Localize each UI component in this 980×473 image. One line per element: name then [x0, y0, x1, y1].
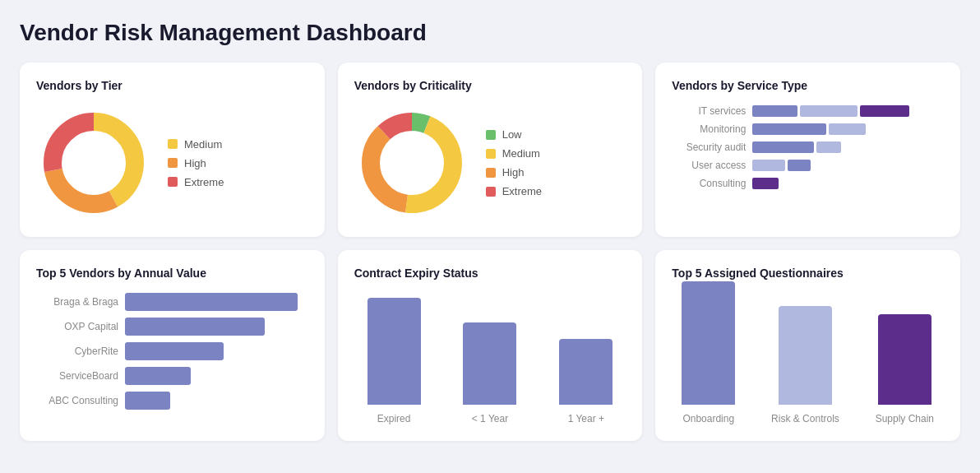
- vendors-by-criticality-legend: Low Medium High Extreme: [486, 128, 542, 197]
- contract-expiry-chart: Expired< 1 Year1 Year +: [354, 293, 626, 424]
- top-vendor-row: ServiceBoard: [36, 367, 308, 385]
- vendors-by-criticality-donut: [354, 105, 469, 220]
- questionnaire-bar-label: Supply Chain: [876, 413, 934, 424]
- questionnaire-bar-group: Onboarding: [682, 281, 735, 424]
- contract-bar-group: < 1 Year: [463, 322, 516, 424]
- legend-item-extreme: Extreme: [486, 185, 542, 197]
- contract-bar-label: < 1 Year: [472, 413, 508, 424]
- hbar-segment: [829, 123, 866, 135]
- hbar-label: Security audit: [672, 141, 746, 153]
- page-title: Vendor Risk Management Dashboard: [20, 20, 960, 46]
- hbar-row: Monitoring: [672, 123, 944, 135]
- dashboard-grid: Vendors by Tier Medium: [20, 63, 960, 441]
- hbar-bars: [752, 105, 909, 117]
- hbar-bars: [752, 141, 841, 153]
- top-vendor-bar: [125, 342, 224, 360]
- vendors-by-service-title: Vendors by Service Type: [672, 79, 944, 92]
- contract-bar-label: Expired: [377, 413, 411, 424]
- top-vendor-bar: [125, 367, 191, 385]
- top-vendor-bar: [125, 293, 298, 311]
- hbar-bars: [752, 123, 866, 135]
- vendors-by-tier-card: Vendors by Tier Medium: [20, 63, 325, 237]
- vendors-by-service-card: Vendors by Service Type IT servicesMonit…: [655, 63, 960, 237]
- top-questionnaires-title: Top 5 Assigned Questionnaires: [672, 267, 944, 280]
- questionnaire-bar: [682, 281, 735, 405]
- top-vendor-bar: [125, 318, 265, 336]
- legend-item-low: Low: [486, 128, 542, 141]
- questionnaire-bar-group: Supply Chain: [876, 314, 934, 424]
- hbar-segment: [816, 141, 841, 153]
- contract-expiry-card: Contract Expiry Status Expired< 1 Year1 …: [338, 250, 643, 441]
- hbar-label: IT services: [672, 105, 746, 117]
- questionnaire-bar-label: Onboarding: [682, 413, 734, 424]
- hbar-label: Consulting: [672, 178, 746, 189]
- contract-bar-group: Expired: [368, 298, 421, 424]
- hbar-segment: [752, 160, 785, 171]
- contract-bar-label: 1 Year +: [568, 413, 604, 424]
- top-vendors-chart: Braga & BragaOXP CapitalCyberRiteService…: [36, 293, 308, 410]
- questionnaire-bar: [878, 314, 931, 405]
- hbar-bars: [752, 160, 811, 171]
- hbar-segment: [788, 160, 811, 171]
- contract-bar: [463, 322, 516, 405]
- hbar-row: Security audit: [672, 141, 944, 153]
- hbar-segment: [752, 123, 826, 135]
- vendors-by-tier-legend: Medium High Extreme: [168, 138, 224, 188]
- hbar-segment: [800, 105, 858, 117]
- top-vendor-label: CyberRite: [36, 345, 118, 357]
- top-vendor-label: Braga & Braga: [36, 296, 118, 308]
- hbar-row: Consulting: [672, 178, 944, 189]
- legend-item-medium: Medium: [168, 138, 224, 151]
- top-vendor-label: ServiceBoard: [36, 370, 118, 382]
- contract-bar: [368, 298, 421, 405]
- contract-expiry-title: Contract Expiry Status: [354, 267, 626, 280]
- hbar-label: User access: [672, 160, 746, 171]
- legend-item-high: High: [168, 157, 224, 169]
- vendors-by-criticality-content: Low Medium High Extreme: [354, 105, 626, 220]
- hbar-bars: [752, 178, 779, 189]
- top-vendors-title: Top 5 Vendors by Annual Value: [36, 267, 308, 280]
- svg-point-8: [387, 138, 437, 188]
- questionnaire-bar-label: Risk & Controls: [771, 413, 839, 424]
- top-questionnaires-chart: OnboardingRisk & ControlsSupply Chain: [672, 293, 944, 424]
- contract-bar: [559, 339, 612, 405]
- svg-point-3: [69, 138, 118, 188]
- vendors-by-criticality-card: Vendors by Criticality Low: [338, 63, 643, 237]
- top-vendor-row: CyberRite: [36, 342, 308, 360]
- vendors-by-service-chart: IT servicesMonitoringSecurity auditUser …: [672, 105, 944, 189]
- questionnaire-bar: [779, 306, 832, 405]
- questionnaire-bar-group: Risk & Controls: [771, 306, 839, 424]
- vendors-by-tier-title: Vendors by Tier: [36, 79, 308, 92]
- hbar-row: IT services: [672, 105, 944, 117]
- top-vendor-row: ABC Consulting: [36, 392, 308, 410]
- hbar-segment: [752, 105, 797, 117]
- vendors-by-tier-donut: [36, 105, 151, 220]
- top-vendor-row: OXP Capital: [36, 318, 308, 336]
- top-questionnaires-card: Top 5 Assigned Questionnaires Onboarding…: [655, 250, 960, 441]
- top-vendors-card: Top 5 Vendors by Annual Value Braga & Br…: [20, 250, 325, 441]
- top-vendor-row: Braga & Braga: [36, 293, 308, 311]
- vendors-by-criticality-title: Vendors by Criticality: [354, 79, 626, 92]
- hbar-segment: [860, 105, 909, 117]
- hbar-label: Monitoring: [672, 123, 746, 135]
- top-vendor-bar: [125, 392, 170, 410]
- hbar-segment: [752, 178, 779, 189]
- top-vendor-label: ABC Consulting: [36, 395, 118, 406]
- contract-bar-group: 1 Year +: [559, 339, 612, 424]
- legend-item-high: High: [486, 166, 542, 179]
- top-vendor-label: OXP Capital: [36, 321, 118, 332]
- hbar-row: User access: [672, 160, 944, 171]
- legend-item-medium: Medium: [486, 147, 542, 160]
- vendors-by-tier-content: Medium High Extreme: [36, 105, 308, 220]
- legend-item-extreme: Extreme: [168, 176, 224, 188]
- hbar-segment: [752, 141, 814, 153]
